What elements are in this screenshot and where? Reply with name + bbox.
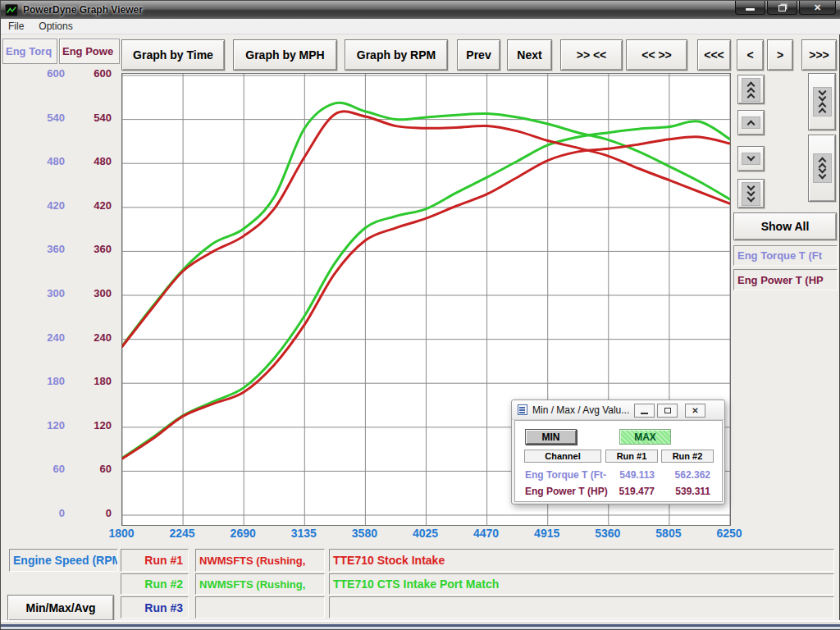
minmax-window-title: Min / Max / Avg Valu...: [532, 404, 629, 416]
menu-bar: File Options: [1, 19, 840, 34]
minmax-maximize-icon[interactable]: [657, 404, 678, 418]
rpm-tick-label: 6250: [709, 527, 750, 540]
power-axis-channel-box[interactable]: Eng Power T (HP: [733, 269, 838, 290]
expand-y-scale-button[interactable]: [808, 135, 836, 202]
scroll-left-button[interactable]: <: [737, 39, 764, 71]
run3-label-box[interactable]: Run #3: [121, 596, 189, 619]
prev-button[interactable]: Prev: [457, 39, 500, 71]
scroll-right-button[interactable]: >: [767, 39, 793, 71]
app-icon: [5, 4, 18, 16]
power-run2-max-value: 539.311: [661, 486, 710, 497]
y-tick-label: 600: [75, 67, 112, 80]
run3-source-box[interactable]: [195, 596, 325, 619]
y-tick-label: 540: [25, 112, 65, 124]
rpm-tick-label: 5805: [648, 527, 689, 540]
max-toggle-button[interactable]: MAX: [619, 429, 671, 445]
title-bar[interactable]: PowerDyne Graph Viewer ✕: [1, 1, 840, 19]
channel-column-header[interactable]: Channel: [524, 450, 601, 463]
torque-run2-max-value: 562.362: [661, 469, 710, 481]
rpm-tick-label: 5360: [587, 527, 628, 540]
y-tick-label: 420: [75, 199, 112, 212]
y-tick-label: 480: [25, 155, 65, 167]
y-tick-label: 360: [75, 243, 112, 255]
y-tick-label: 240: [25, 331, 65, 344]
torque-run1-max-value: 549.113: [605, 469, 655, 481]
run1-description-box[interactable]: TTE710 Stock Intake: [329, 549, 834, 572]
compress-y-scale-button[interactable]: [808, 73, 836, 130]
y-tick-label: 240: [75, 331, 112, 344]
graph-by-time-button[interactable]: Graph by Time: [121, 39, 225, 71]
close-icon[interactable]: ✕: [799, 1, 836, 15]
chevron-up-icon: [742, 116, 760, 129]
minmax-minimize-icon[interactable]: [634, 404, 655, 418]
rpm-tick-label: 3580: [344, 527, 385, 540]
min-toggle-button[interactable]: MIN: [525, 429, 577, 445]
powerdyne-window: PowerDyne Graph Viewer ✕ File Options En…: [0, 0, 840, 630]
y-tick-label: 360: [25, 243, 65, 255]
y-tick-label: 120: [75, 419, 112, 431]
run1-column-header[interactable]: Run #1: [605, 450, 658, 463]
run1-label-box[interactable]: Run #1: [121, 549, 189, 572]
y-tick-label: 180: [25, 375, 65, 387]
rpm-tick-label: 2690: [222, 527, 263, 540]
rpm-tick-label: 4025: [405, 527, 446, 540]
run3-description-box[interactable]: [329, 596, 834, 619]
pan-down-fast-button[interactable]: [737, 179, 765, 208]
y-tick-label: 300: [25, 287, 65, 299]
torque-channel-label: Eng Torque T (Ft-: [525, 469, 615, 481]
rpm-tick-label: 2245: [162, 527, 203, 540]
y-tick-label: 540: [75, 112, 112, 124]
power-run1-max-value: 519.477: [605, 486, 655, 497]
zoom-in-x-button[interactable]: >> <<: [560, 39, 623, 71]
pan-up-button[interactable]: [737, 110, 765, 135]
graph-by-rpm-button[interactable]: Graph by RPM: [345, 39, 448, 71]
pan-up-fast-button[interactable]: [737, 75, 765, 104]
zoom-out-x-button[interactable]: << >>: [626, 39, 687, 71]
minmax-close-icon[interactable]: ✕: [685, 404, 705, 418]
window-bottom-frame-edge: [1, 627, 840, 629]
y-tick-label: 600: [25, 67, 65, 80]
y-tick-label: 60: [75, 463, 112, 475]
y-tick-label: 120: [25, 419, 65, 431]
scroll-right-fast-button[interactable]: >>>: [801, 39, 837, 71]
y-tick-label: 0: [25, 507, 65, 519]
y-tick-label: 480: [75, 155, 112, 167]
minmax-values-window: Min / Max / Avg Valu... ✕ MIN MAX Channe…: [511, 399, 725, 504]
chevron-down-icon: [742, 153, 760, 165]
run2-label-box[interactable]: Run #2: [121, 573, 189, 595]
minmax-window-icon: [518, 404, 527, 415]
scroll-left-fast-button[interactable]: <<<: [697, 39, 731, 71]
y-tick-label: 60: [25, 463, 65, 475]
run2-column-header[interactable]: Run #2: [661, 450, 714, 463]
compress-vertical-icon: [813, 87, 832, 116]
rpm-tick-label: 1800: [101, 527, 142, 540]
x-axis-channel-box[interactable]: Engine Speed (RPM): [9, 549, 118, 572]
y-tick-label: 0: [75, 507, 112, 519]
chevron-triple-up-icon: [742, 78, 760, 102]
power-axis-tick-labels: 600540480420360300240180120600: [75, 1, 112, 542]
torque-axis-tick-labels: 600540480420360300240180120600: [25, 1, 65, 542]
power-channel-label: Eng Power T (HP): [525, 486, 615, 497]
minmax-avg-button[interactable]: Min/Max/Avg: [7, 595, 114, 621]
run2-description-box[interactable]: TTE710 CTS Intake Port Match: [329, 573, 834, 595]
y-tick-label: 420: [25, 199, 65, 212]
rpm-tick-label: 4470: [466, 527, 507, 540]
minimize-icon[interactable]: [735, 1, 765, 15]
run1-source-box[interactable]: NWMSFTS (Rushing,: [195, 549, 325, 572]
y-tick-label: 300: [75, 287, 112, 299]
rpm-tick-label: 4915: [527, 527, 568, 540]
pan-down-button[interactable]: [737, 146, 765, 171]
run2-source-box[interactable]: NWMSFTS (Rushing,: [195, 573, 325, 595]
show-all-button[interactable]: Show All: [733, 212, 837, 240]
restore-icon[interactable]: [767, 1, 797, 15]
y-tick-label: 180: [75, 375, 112, 387]
rpm-tick-label: 3135: [283, 527, 324, 540]
expand-vertical-icon: [813, 153, 832, 183]
next-button[interactable]: Next: [507, 39, 552, 71]
chevron-triple-down-icon: [742, 182, 760, 206]
torque-axis-channel-box[interactable]: Eng Torque T (Ft: [733, 245, 838, 266]
graph-by-mph-button[interactable]: Graph by MPH: [233, 39, 337, 71]
